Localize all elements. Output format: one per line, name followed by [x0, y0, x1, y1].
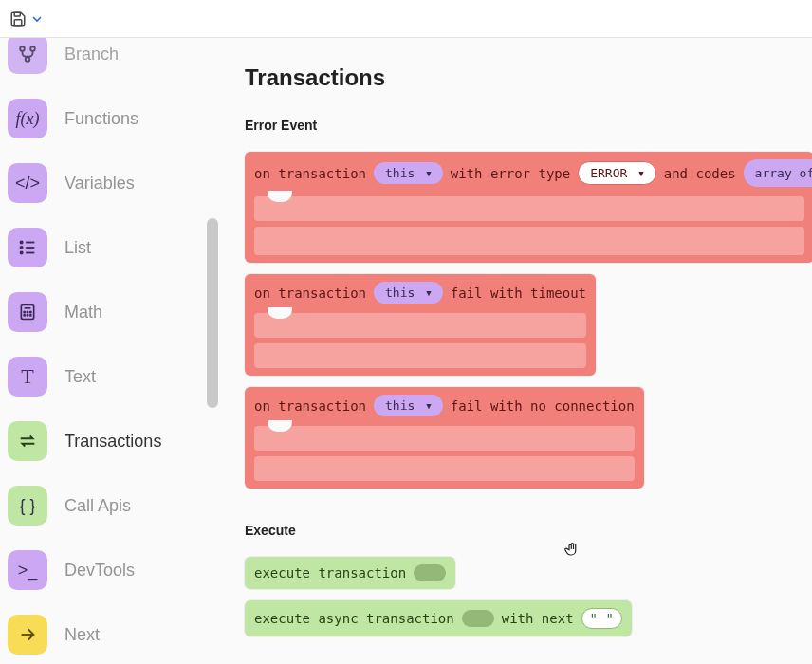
block-slot[interactable] [254, 456, 635, 481]
terminal-icon: >_ [8, 550, 47, 590]
svg-point-16 [24, 315, 25, 316]
page-title: Transactions [245, 65, 812, 91]
svg-point-14 [27, 311, 28, 312]
block-text: and codes [664, 166, 736, 181]
code-icon: </> [8, 163, 47, 203]
sidebar-item-functions[interactable]: f(x) Functions [8, 89, 211, 148]
error-type-dropdown[interactable]: ERROR [578, 161, 656, 185]
sidebar-item-next[interactable]: Next [8, 605, 211, 664]
block-on-transaction-timeout[interactable]: on transaction this fail with timeout [245, 274, 596, 376]
block-slot[interactable] [254, 426, 635, 451]
save-icon[interactable] [8, 9, 28, 29]
block-text: on transaction [254, 166, 366, 181]
svg-point-7 [20, 247, 22, 249]
list-icon [8, 228, 47, 267]
block-text: on transaction [254, 398, 366, 414]
svg-point-9 [20, 251, 22, 253]
cursor-grab-icon [563, 541, 581, 558]
sidebar-item-math[interactable]: Math [8, 283, 211, 341]
text-icon: T [8, 357, 47, 397]
function-icon: f(x) [8, 99, 47, 138]
block-slot[interactable] [254, 196, 804, 221]
this-dropdown[interactable]: this [374, 395, 443, 416]
sidebar-item-branch[interactable]: Branch [8, 38, 211, 83]
svg-rect-0 [14, 19, 22, 25]
array-codes-pill[interactable]: array of " a " " b [744, 159, 812, 187]
block-slot[interactable] [254, 227, 804, 255]
arrow-right-icon [8, 615, 47, 655]
next-value-input[interactable]: " " [581, 608, 622, 629]
sidebar-item-variables[interactable]: </> Variables [8, 154, 211, 212]
svg-point-18 [30, 315, 31, 316]
sidebar-item-label: DevTools [65, 561, 135, 581]
block-text: with next [502, 611, 574, 626]
sidebar-item-list[interactable]: List [8, 218, 211, 277]
svg-point-5 [20, 241, 22, 243]
sidebar-item-label: Text [65, 367, 96, 387]
sidebar-scrollbar[interactable] [207, 218, 218, 408]
branch-icon [8, 38, 47, 74]
sidebar: ▲ Branch f(x) Functions </> Variables [0, 38, 218, 664]
block-text: fail with timeout [451, 286, 586, 301]
svg-point-13 [24, 311, 25, 312]
save-dropdown-chevron-icon[interactable] [32, 14, 42, 24]
svg-rect-1 [14, 12, 20, 16]
sidebar-item-text[interactable]: T Text [8, 347, 211, 406]
sidebar-item-label: Branch [65, 45, 119, 65]
transaction-input-slot[interactable] [462, 610, 494, 627]
content: Transactions Error Event on transaction … [218, 38, 812, 664]
block-slot[interactable] [254, 313, 586, 338]
braces-icon: { } [8, 486, 47, 526]
svg-point-15 [30, 311, 31, 312]
block-text: execute async transaction [254, 611, 454, 626]
calculator-icon [8, 292, 47, 332]
block-execute-transaction[interactable]: execute transaction [245, 557, 455, 589]
block-text: with error type [451, 166, 570, 181]
svg-point-4 [26, 57, 30, 62]
sidebar-item-label: Transactions [65, 432, 161, 452]
this-dropdown[interactable]: this [374, 282, 443, 304]
sidebar-item-devtools[interactable]: >_ DevTools [8, 541, 211, 599]
block-on-transaction-noconnection[interactable]: on transaction this fail with no connect… [245, 387, 644, 489]
transaction-input-slot[interactable] [414, 564, 446, 581]
sidebar-item-label: Next [65, 625, 100, 645]
sidebar-item-label: List [65, 238, 91, 258]
arrows-icon [8, 421, 47, 461]
svg-point-3 [30, 46, 35, 51]
this-dropdown[interactable]: this [374, 162, 443, 184]
block-text: fail with no connection [451, 398, 635, 414]
sidebar-item-transactions[interactable]: Transactions [8, 412, 211, 470]
section-execute: Execute [245, 523, 812, 538]
svg-point-2 [20, 46, 25, 51]
sidebar-item-call-apis[interactable]: { } Call Apis [8, 476, 211, 535]
sidebar-item-label: Functions [65, 109, 138, 129]
block-slot[interactable] [254, 343, 586, 368]
block-execute-async-transaction[interactable]: execute async transaction with next " " [245, 600, 632, 636]
sidebar-item-label: Math [65, 303, 102, 323]
section-error-event: Error Event [245, 118, 812, 133]
sidebar-item-label: Variables [65, 174, 135, 194]
block-text: on transaction [254, 286, 366, 301]
svg-point-17 [27, 315, 28, 316]
topbar [0, 0, 812, 38]
block-on-transaction-error[interactable]: on transaction this with error type ERRO… [245, 152, 812, 263]
array-label: array of [755, 166, 812, 180]
main-area: ▲ Branch f(x) Functions </> Variables [0, 38, 812, 664]
block-text: execute transaction [254, 565, 406, 581]
sidebar-item-label: Call Apis [65, 496, 131, 516]
